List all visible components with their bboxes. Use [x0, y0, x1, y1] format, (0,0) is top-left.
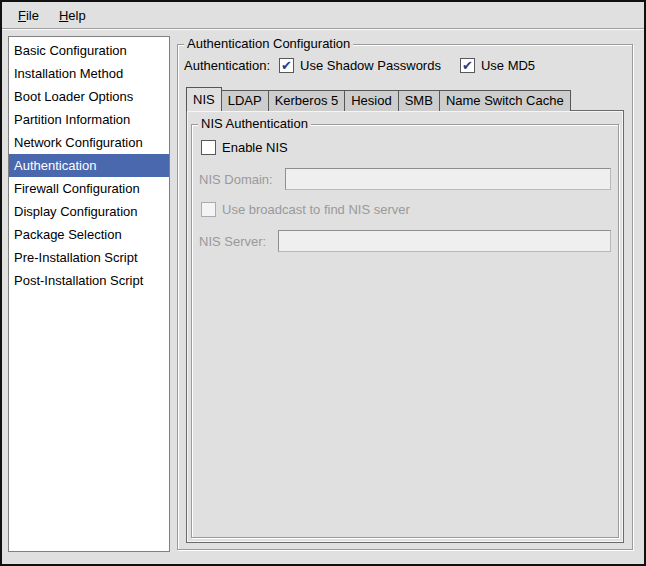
- use-md5-checkbox[interactable]: ✔ Use MD5: [460, 58, 535, 73]
- authentication-configuration-frame: Authentication Configuration Authenticat…: [177, 44, 633, 550]
- sidebar-item-authentication[interactable]: Authentication: [9, 154, 169, 177]
- use-broadcast-label: Use broadcast to find NIS server: [222, 202, 410, 217]
- config-section-list: Basic Configuration Installation Method …: [8, 36, 170, 552]
- authentication-notebook: NIS LDAP Kerberos 5 Hesiod SMB Name Swit…: [186, 87, 624, 543]
- nis-server-label: NIS Server:: [199, 234, 266, 249]
- nis-server-row: NIS Server:: [199, 230, 611, 252]
- enable-nis-checkbox[interactable]: Enable NIS: [201, 140, 612, 155]
- checkbox-box: ✔: [460, 58, 475, 73]
- menu-file[interactable]: File: [8, 4, 49, 27]
- nis-domain-row: NIS Domain:: [199, 168, 611, 190]
- nis-domain-input: [285, 168, 611, 190]
- sidebar-item-boot-loader-options[interactable]: Boot Loader Options: [9, 85, 169, 108]
- tab-smb[interactable]: SMB: [398, 90, 440, 111]
- frame-title: Authentication Configuration: [184, 36, 353, 52]
- use-broadcast-checkbox: Use broadcast to find NIS server: [201, 202, 612, 217]
- sidebar-item-package-selection[interactable]: Package Selection: [9, 223, 169, 246]
- authentication-label: Authentication:: [184, 58, 270, 73]
- kickstart-configurator-window: File Help Basic Configuration Installati…: [0, 0, 646, 566]
- enable-nis-label: Enable NIS: [222, 140, 288, 155]
- tab-kerberos-5[interactable]: Kerberos 5: [268, 90, 346, 111]
- nis-server-input: [278, 230, 611, 252]
- nis-domain-label: NIS Domain:: [199, 172, 273, 187]
- use-shadow-passwords-label: Use Shadow Passwords: [300, 58, 441, 73]
- sidebar-item-firewall-configuration[interactable]: Firewall Configuration: [9, 177, 169, 200]
- menu-help[interactable]: Help: [49, 4, 96, 27]
- menubar: File Help: [2, 2, 644, 29]
- sidebar-item-network-configuration[interactable]: Network Configuration: [9, 131, 169, 154]
- sidebar-item-installation-method[interactable]: Installation Method: [9, 62, 169, 85]
- checkbox-box: [201, 202, 216, 217]
- frame-title: NIS Authentication: [198, 116, 311, 132]
- sidebar-item-post-installation-script[interactable]: Post-Installation Script: [9, 269, 169, 292]
- checkbox-box: ✔: [279, 58, 294, 73]
- checkmark-icon: ✔: [462, 59, 473, 72]
- authentication-options-row: Authentication: ✔ Use Shadow Passwords ✔…: [184, 55, 628, 75]
- use-shadow-passwords-checkbox[interactable]: ✔ Use Shadow Passwords: [279, 58, 441, 73]
- use-md5-label: Use MD5: [481, 58, 535, 73]
- tab-ldap[interactable]: LDAP: [221, 90, 269, 111]
- tab-name-switch-cache[interactable]: Name Switch Cache: [439, 90, 571, 111]
- nis-tab-page: NIS Authentication Enable NIS NIS Domain…: [186, 110, 624, 543]
- checkmark-icon: ✔: [281, 59, 292, 72]
- tab-bar: NIS LDAP Kerberos 5 Hesiod SMB Name Swit…: [186, 87, 624, 111]
- sidebar-item-basic-configuration[interactable]: Basic Configuration: [9, 39, 169, 62]
- checkbox-box: [201, 140, 216, 155]
- sidebar-item-partition-information[interactable]: Partition Information: [9, 108, 169, 131]
- tab-hesiod[interactable]: Hesiod: [344, 90, 398, 111]
- nis-authentication-frame: NIS Authentication Enable NIS NIS Domain…: [191, 124, 619, 538]
- sidebar-item-pre-installation-script[interactable]: Pre-Installation Script: [9, 246, 169, 269]
- sidebar-item-display-configuration[interactable]: Display Configuration: [9, 200, 169, 223]
- tab-nis[interactable]: NIS: [186, 87, 222, 111]
